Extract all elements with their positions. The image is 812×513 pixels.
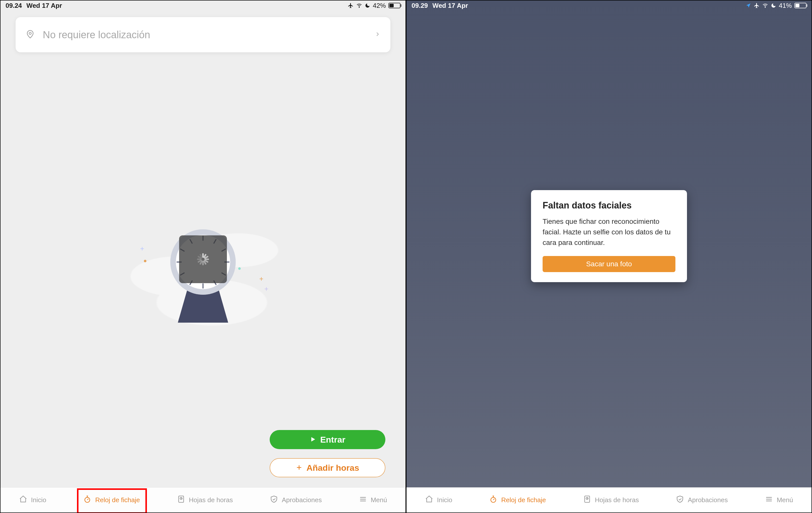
battery-icon [794, 3, 807, 8]
menu-icon [359, 495, 367, 505]
location-label: No requiere localización [43, 29, 150, 40]
location-arrow-icon [746, 3, 751, 8]
wifi-icon [356, 2, 362, 8]
tab-home[interactable]: Inicio [421, 492, 456, 508]
take-photo-button-label: Sacar una foto [586, 260, 632, 268]
status-bar: 09.24 Wed 17 Apr 42% [0, 0, 406, 10]
play-icon [310, 435, 316, 445]
moon-icon [365, 3, 370, 8]
svg-rect-21 [585, 496, 590, 503]
tab-label: Reloj de fichaje [501, 496, 546, 504]
tab-stopwatch[interactable]: Reloj de fichaje [79, 492, 144, 508]
tab-label: Inicio [437, 496, 452, 504]
clock-illustration: + + + [16, 52, 390, 487]
shield-icon [270, 495, 278, 505]
tab-label: Aprobaciones [282, 496, 322, 504]
status-bar: 09.29 Wed 17 Apr 41% [406, 0, 812, 10]
device-left-screen: 09.24 Wed 17 Apr 42% [0, 0, 406, 513]
modal-title: Faltan datos faciales [543, 200, 675, 211]
battery-icon [388, 3, 401, 8]
take-photo-button[interactable]: Sacar una foto [543, 256, 675, 272]
tab-label: Menú [371, 496, 387, 504]
sheet-icon [177, 495, 185, 505]
chevron-right-icon [374, 31, 381, 38]
battery-fill [795, 4, 800, 7]
clock-in-button-label: Entrar [320, 435, 345, 445]
location-card[interactable]: No requiere localización [16, 17, 390, 52]
home-icon [425, 495, 433, 505]
tab-bar: InicioReloj de fichajeHojas de horasApro… [406, 487, 812, 513]
tab-menu[interactable]: Menú [355, 492, 391, 508]
tab-label: Hojas de horas [189, 496, 233, 504]
location-pin-icon [25, 29, 35, 40]
clock-in-button[interactable]: Entrar [270, 430, 385, 449]
status-date: Wed 17 Apr [432, 2, 468, 9]
plus-icon [296, 463, 302, 473]
tab-stopwatch[interactable]: Reloj de fichaje [485, 492, 550, 508]
tab-label: Hojas de horas [595, 496, 639, 504]
menu-icon [765, 495, 773, 505]
status-time: 09.29 [411, 2, 428, 9]
status-date: Wed 17 Apr [26, 2, 62, 9]
shield-icon [676, 495, 684, 505]
tab-sheet[interactable]: Hojas de horas [173, 492, 237, 508]
tab-shield[interactable]: Aprobaciones [672, 492, 732, 508]
battery-percent: 42% [373, 2, 386, 9]
tab-home[interactable]: Inicio [15, 492, 50, 508]
battery-fill [389, 4, 394, 7]
stopwatch-icon [489, 495, 498, 505]
svg-point-1 [29, 32, 31, 34]
battery-percent: 41% [779, 2, 792, 9]
facial-data-modal: Faltan datos faciales Tienes que fichar … [531, 190, 687, 282]
status-time: 09.24 [5, 2, 22, 9]
tab-menu[interactable]: Menú [761, 492, 797, 508]
svg-line-18 [493, 499, 494, 500]
svg-line-6 [87, 499, 88, 500]
loading-overlay [179, 235, 227, 283]
tab-label: Aprobaciones [688, 496, 728, 504]
device-right-screen: 09.29 Wed 17 Apr 41% [406, 0, 812, 513]
svg-point-16 [765, 7, 765, 7]
tab-label: Inicio [31, 496, 46, 504]
home-icon [19, 495, 27, 505]
svg-point-0 [359, 7, 359, 7]
modal-body: Tienes que fichar con reconocimiento fac… [543, 216, 675, 248]
tab-label: Reloj de fichaje [95, 496, 140, 504]
tab-label: Menú [777, 496, 793, 504]
sheet-icon [583, 495, 591, 505]
airplane-icon [348, 2, 354, 8]
airplane-icon [754, 2, 760, 8]
tab-sheet[interactable]: Hojas de horas [579, 492, 643, 508]
wifi-icon [762, 2, 768, 8]
stopwatch-icon [83, 495, 92, 505]
tab-bar: InicioReloj de fichajeHojas de horasApro… [0, 487, 406, 513]
add-hours-button[interactable]: Añadir horas [270, 458, 385, 477]
tab-shield[interactable]: Aprobaciones [266, 492, 326, 508]
svg-marker-2 [311, 437, 315, 441]
svg-rect-9 [179, 496, 184, 503]
add-hours-button-label: Añadir horas [307, 463, 359, 473]
moon-icon [771, 3, 776, 8]
loading-spinner-icon [196, 252, 210, 267]
